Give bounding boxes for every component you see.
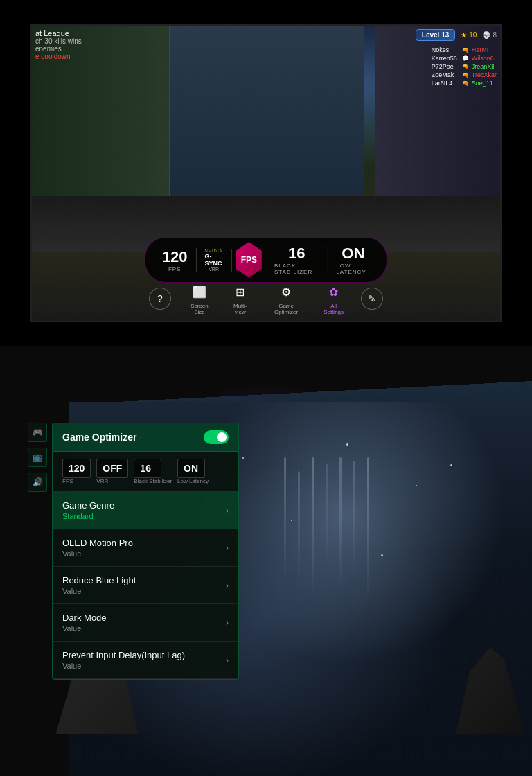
menu-item-value-dark-mode: Value [62, 624, 107, 633]
menu-item-name-dark-mode: Dark Mode [62, 612, 107, 623]
low-latency-value: ON [342, 245, 364, 263]
stat-fps-value: 120 [69, 463, 85, 474]
fps-score-item: 120 FPS [154, 248, 197, 272]
multi-view-button[interactable]: ⊞ Multi-view [228, 282, 252, 315]
skull-badge: 💀 8 [482, 31, 497, 39]
all-settings-icon: ✿ [324, 282, 344, 301]
screen-size-label: Screen Size [185, 303, 215, 315]
black-stab-label: Black Stabilizer [274, 263, 319, 275]
low-latency-item: ON Low Latency [328, 245, 378, 275]
sidebar-icons: 🎮 📺 🔊 [28, 423, 47, 492]
edit-button[interactable]: ✎ [361, 288, 383, 310]
chevron-icon-input-lag: › [226, 655, 229, 665]
gsync-logo: NVIDIA G-SYNC VRR [205, 249, 223, 272]
black-stab-item: 16 Black Stabilizer [266, 245, 328, 275]
bottom-section: 🎮 📺 🔊 Game Optimizer 120 FPS OFF [0, 346, 532, 776]
score-panel: 120 FPS NVIDIA G-SYNC VRR FPS 16 Black S… [145, 237, 387, 283]
toggle-knob [217, 432, 227, 442]
vrr-text: VRR [209, 267, 219, 272]
table-row: Nokes 🔫 HarMI [432, 46, 497, 53]
panel-header: Game Optimizer [53, 423, 238, 452]
menu-item-value-input-lag: Value [62, 662, 185, 670]
table-row: ZoeMak 🔫 TrecXkar [432, 71, 497, 78]
low-latency-label: Low Latency [336, 263, 370, 275]
stat-black-stab-value: 16 [140, 463, 151, 474]
fps-badge-text: FPS [241, 255, 257, 265]
optimizer-panel: Game Optimizer 120 FPS OFF VRR 16 [52, 423, 239, 680]
top-section: at League ch 30 kills wins enemies e coo… [0, 0, 532, 346]
all-settings-button[interactable]: ✿ All Settings [320, 282, 348, 315]
all-settings-label: All Settings [320, 303, 348, 315]
chevron-icon-oled-motion: › [226, 543, 229, 553]
menu-item-name-input-lag: Prevent Input Delay(Input Lag) [62, 650, 185, 660]
menu-item-name-oled-motion: OLED Motion Pro [62, 538, 133, 548]
menu-item-oled-motion[interactable]: OLED Motion Pro Value › [53, 529, 238, 567]
player-list: Nokes 🔫 HarMI Karren56 💬 Wilson6 P72Poe … [432, 46, 497, 87]
menu-item-name-game-genre: Game Genre [62, 500, 114, 511]
kill-target: ch 30 kills wins [35, 37, 82, 45]
building-center [170, 26, 364, 199]
panel-title: Game Optimizer [62, 432, 136, 443]
gsync-text: G-SYNC [205, 253, 223, 267]
stat-vrr-label: VRR [96, 478, 108, 484]
game-optimizer-label: Game Optimizer [266, 303, 306, 315]
waterfall-streaks [277, 457, 416, 665]
stat-black-stab: 16 Black Stabilizer [134, 459, 172, 484]
hud-top-right: Level 13 ★ 10 💀 8 [416, 29, 497, 41]
stat-low-latency-label: Low Latency [177, 478, 209, 484]
bottom-toolbar: ? ⬜ Screen Size ⊞ Multi-view ⚙ Game Opti… [149, 282, 383, 315]
sidebar-display-icon[interactable]: 📺 [28, 448, 47, 467]
table-row: Karren56 💬 Wilson6 [432, 55, 497, 62]
game-optimizer-icon: ⚙ [276, 282, 296, 301]
screen-size-button[interactable]: ⬜ Screen Size [185, 282, 215, 315]
stat-black-stab-label: Black Stabilizer [134, 478, 172, 484]
table-row: Lar6IL4 🔫 Sne_11 [432, 80, 497, 87]
black-stab-value: 16 [288, 245, 305, 263]
match-title: at League [35, 29, 82, 37]
menu-item-value-game-genre: Standard [62, 512, 114, 520]
star-badge: ★ 10 [461, 31, 477, 39]
game-optimizer-button[interactable]: ⚙ Game Optimizer [266, 282, 306, 315]
level-badge: Level 13 [416, 29, 455, 41]
chevron-icon-reduce-blue-light: › [226, 581, 229, 590]
sidebar-audio-icon[interactable]: 🔊 [28, 473, 47, 492]
menu-item-name-reduce-blue-light: Reduce Blue Light [62, 575, 136, 585]
game-screen-top: at League ch 30 kills wins enemies e coo… [30, 24, 502, 322]
fps-hex-badge: FPS [236, 242, 262, 278]
stat-fps: 120 FPS [62, 459, 91, 484]
gsync-score-item: NVIDIA G-SYNC VRR [197, 249, 232, 272]
multi-view-label: Multi-view [228, 303, 252, 315]
table-row: P72Poe 🔫 JreanXll [432, 63, 497, 70]
stat-low-latency: ON Low Latency [177, 459, 209, 484]
menu-item-value-oled-motion: Value [62, 549, 133, 558]
hud-top-left: at League ch 30 kills wins enemies e coo… [35, 29, 82, 60]
optimizer-toggle[interactable] [204, 430, 229, 444]
chevron-icon-game-genre: › [226, 506, 229, 515]
screen-size-icon: ⬜ [190, 282, 209, 301]
menu-item-dark-mode[interactable]: Dark Mode Value › [53, 604, 238, 642]
menu-item-input-lag[interactable]: Prevent Input Delay(Input Lag) Value › [53, 642, 238, 679]
stat-vrr-value: OFF [103, 463, 122, 474]
stat-vrr: OFF VRR [96, 459, 128, 484]
stat-fps-label: FPS [62, 478, 73, 484]
sidebar-gamepad-icon[interactable]: 🎮 [28, 423, 47, 442]
chevron-icon-dark-mode: › [226, 618, 229, 628]
menu-item-reduce-blue-light[interactable]: Reduce Blue Light Value › [53, 567, 238, 604]
fps-label: FPS [168, 266, 181, 272]
stats-row: 120 FPS OFF VRR 16 Black Stabilizer ON [53, 452, 238, 492]
cooldown-label: e cooldown [35, 53, 82, 60]
help-button[interactable]: ? [149, 288, 171, 310]
menu-item-game-genre[interactable]: Game Genre Standard › [53, 492, 238, 529]
menu-item-value-reduce-blue-light: Value [62, 587, 136, 595]
multi-view-icon: ⊞ [231, 282, 250, 301]
enemies-label: enemies [35, 45, 82, 53]
fps-value: 120 [162, 248, 188, 266]
stat-low-latency-value: ON [184, 463, 198, 474]
